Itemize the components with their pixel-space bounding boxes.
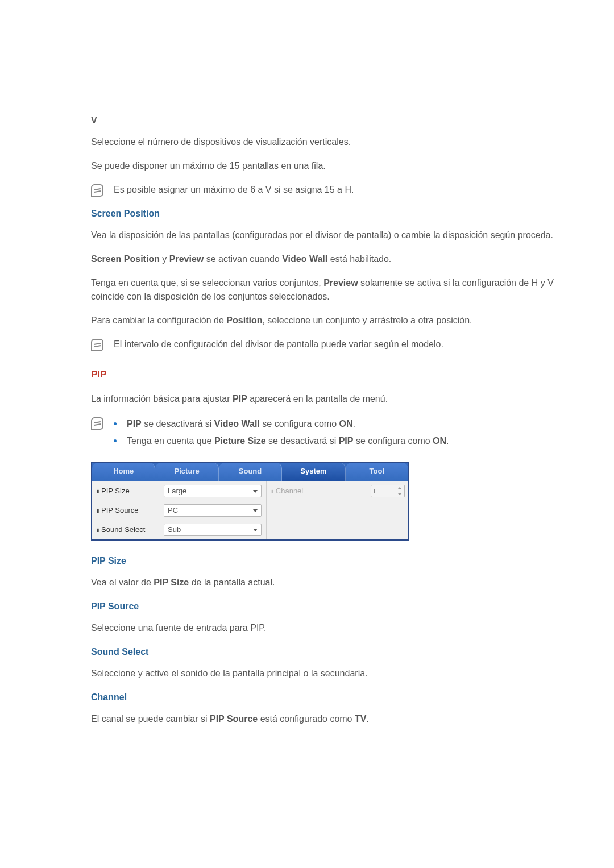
bold-term: Video Wall <box>282 254 327 264</box>
tab-tool[interactable]: Tool <box>346 463 408 481</box>
paragraph: Seleccione una fuente de entrada para PI… <box>91 621 563 635</box>
label-channel: Channel <box>271 485 334 497</box>
paragraph: Vea la disposición de las pantallas (con… <box>91 229 563 242</box>
text-span: Tenga en cuenta que <box>127 436 214 446</box>
heading-pip-size: PIP Size <box>91 554 563 568</box>
note-block: Es posible asignar un máximo de 6 a V si… <box>91 183 563 197</box>
paragraph: Vea el valor de PIP Size de la pantalla … <box>91 576 563 589</box>
paragraph: El canal se puede cambiar si PIP Source … <box>91 712 563 726</box>
row-sound-select: Sound Select Sub <box>92 520 266 539</box>
document-page: V Seleccione el número de dispositivos d… <box>0 0 614 868</box>
bold-term: PIP <box>233 394 247 404</box>
bullet-list: PIP se desactivará si Video Wall se conf… <box>114 416 563 451</box>
paragraph: Para cambiar la configuración de Positio… <box>91 314 563 327</box>
text-span: . <box>366 714 368 724</box>
bold-term: PIP <box>339 436 354 446</box>
bold-term: PIP Source <box>210 714 258 724</box>
bold-term: Screen Position <box>91 254 160 264</box>
tab-home[interactable]: Home <box>92 463 155 481</box>
text-span: . <box>353 419 355 429</box>
text-span: , seleccione un conjunto y arrástrelo a … <box>262 315 472 325</box>
label-sound-select: Sound Select <box>97 524 159 535</box>
text-span: Para cambiar la configuración de <box>91 315 226 325</box>
tab-sound[interactable]: Sound <box>219 463 282 481</box>
bold-term: ON <box>433 436 446 446</box>
text-span: Vea el valor de <box>91 578 154 587</box>
row-pip-source: PIP Source PC <box>92 501 266 520</box>
paragraph: Tenga en cuenta que, si se seleccionan v… <box>91 276 563 304</box>
dropdown-pip-size[interactable]: Large <box>164 485 262 497</box>
tab-system[interactable]: System <box>282 463 345 481</box>
note-text: Es posible asignar un máximo de 6 a V si… <box>114 183 563 197</box>
channel-spinner-container <box>371 485 405 497</box>
text-span: de la pantalla actual. <box>189 578 275 587</box>
tab-bar: Home Picture Sound System Tool <box>92 463 408 481</box>
label-pip-size: PIP Size <box>97 485 159 497</box>
paragraph: Seleccione y active el sonido de la pant… <box>91 667 563 680</box>
text-span: se configura como <box>260 419 339 429</box>
bold-term: PIP Size <box>154 578 189 587</box>
list-item: Tenga en cuenta que Picture Size se desa… <box>114 434 563 448</box>
paragraph: Se puede disponer un máximo de 15 pantal… <box>91 159 563 173</box>
text-span: . <box>446 436 449 446</box>
heading-pip-source: PIP Source <box>91 600 563 613</box>
heading-v: V <box>91 114 563 127</box>
bold-term: Picture Size <box>214 436 266 446</box>
note-icon <box>91 339 103 351</box>
text-span: está habilitado. <box>327 254 391 264</box>
panel-left-column: PIP Size Large PIP Source PC Sound Selec… <box>92 481 267 539</box>
bold-term: Preview <box>169 254 204 264</box>
heading-pip: PIP <box>91 367 563 382</box>
note-block: El intervalo de configuración del diviso… <box>91 338 563 351</box>
dropdown-pip-source[interactable]: PC <box>164 504 262 517</box>
text-span: El canal se puede cambiar si <box>91 714 210 724</box>
bold-term: ON <box>339 419 353 429</box>
text-span: se desactivará si <box>266 436 339 446</box>
paragraph: Seleccione el número de dispositivos de … <box>91 135 563 149</box>
note-block: PIP se desactivará si Video Wall se conf… <box>91 416 563 451</box>
heading-sound-select: Sound Select <box>91 645 563 659</box>
bullet-dot-icon <box>114 422 117 425</box>
text-span: está configurado como <box>258 714 355 724</box>
panel-body: PIP Size Large PIP Source PC Sound Selec… <box>92 481 408 539</box>
text-span: se activan cuando <box>204 254 282 264</box>
bold-term: TV <box>355 714 366 724</box>
text-span: La información básica para ajustar <box>91 394 233 404</box>
pip-settings-panel: Home Picture Sound System Tool PIP Size … <box>91 462 409 541</box>
text-span: Tenga en cuenta que, si se seleccionan v… <box>91 278 323 288</box>
bold-term: PIP <box>127 419 142 429</box>
dropdown-sound-select[interactable]: Sub <box>164 524 262 536</box>
paragraph: Screen Position y Preview se activan cua… <box>91 252 563 266</box>
note-icon <box>91 184 103 197</box>
tab-picture[interactable]: Picture <box>155 463 218 481</box>
text-span: y <box>160 254 169 264</box>
bold-term: Preview <box>323 278 358 288</box>
row-pip-size: PIP Size Large <box>92 481 266 501</box>
paragraph: La información básica para ajustar PIP a… <box>91 392 563 406</box>
panel-right-column: Channel <box>267 481 408 539</box>
bold-term: Position <box>226 315 262 325</box>
list-text: PIP se desactivará si Video Wall se conf… <box>127 417 355 431</box>
label-pip-source: PIP Source <box>97 505 159 516</box>
bold-term: Video Wall <box>214 419 260 429</box>
text-span: se configura como <box>353 436 433 446</box>
list-item: PIP se desactivará si Video Wall se conf… <box>114 417 563 431</box>
heading-screen-position: Screen Position <box>91 207 563 221</box>
list-text: Tenga en cuenta que Picture Size se desa… <box>127 434 449 448</box>
bullet-dot-icon <box>114 439 117 442</box>
note-icon <box>91 417 103 430</box>
note-text: El intervalo de configuración del diviso… <box>114 338 563 351</box>
text-span: aparecerá en la pantalla de menú. <box>247 394 388 404</box>
spinner-channel[interactable] <box>371 485 405 497</box>
heading-channel: Channel <box>91 691 563 704</box>
text-span: se desactivará si <box>142 419 214 429</box>
